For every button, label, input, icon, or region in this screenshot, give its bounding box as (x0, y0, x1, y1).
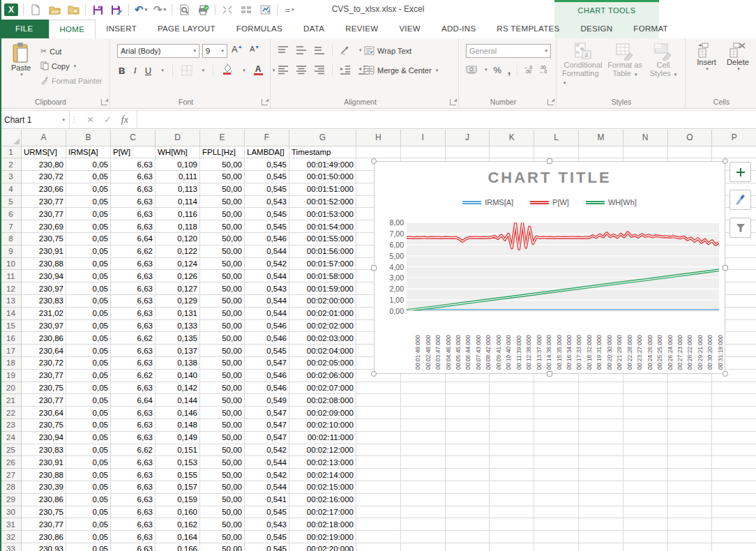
cell[interactable]: 00:02:03:000 (289, 332, 356, 345)
cell[interactable] (445, 481, 490, 494)
cell[interactable] (445, 407, 490, 419)
cell[interactable]: 6,63 (111, 382, 156, 394)
cell[interactable]: 00:02:20:000 (289, 543, 356, 551)
row-header-13[interactable]: 13 (1, 295, 22, 308)
row-header-3[interactable]: 3 (1, 171, 22, 183)
orientation-dropdown[interactable]: ▾ (359, 47, 362, 53)
cell[interactable] (667, 469, 712, 481)
cell[interactable] (490, 394, 534, 407)
cell[interactable]: 6,63 (111, 431, 156, 444)
cell[interactable] (667, 493, 712, 506)
cell[interactable]: 230,83 (22, 444, 66, 456)
cell[interactable]: 6,63 (111, 158, 156, 171)
font-size-combo[interactable]: 9▾ (202, 44, 227, 58)
cell[interactable] (445, 382, 490, 394)
tab-review[interactable]: REVIEW (335, 20, 388, 38)
cell[interactable]: 0,05 (66, 208, 111, 220)
cell[interactable]: 6,62 (111, 245, 156, 257)
cell[interactable]: 0,546 (245, 369, 289, 382)
bold-button[interactable]: B (119, 66, 125, 76)
cell[interactable]: 6,63 (111, 195, 156, 208)
cell[interactable] (445, 531, 490, 543)
cell[interactable] (578, 394, 623, 407)
cell[interactable] (667, 444, 712, 456)
cell[interactable]: 00:02:14:000 (289, 469, 356, 481)
cell[interactable]: 230,94 (22, 270, 66, 282)
column-header-G[interactable]: G (289, 130, 356, 146)
cell[interactable]: 6,63 (111, 257, 156, 270)
cell[interactable] (356, 394, 401, 407)
align-right-icon[interactable] (314, 65, 325, 75)
cell[interactable] (578, 531, 623, 543)
cell[interactable] (578, 407, 623, 419)
row-header-9[interactable]: 9 (1, 245, 22, 257)
cell[interactable]: 0,541 (245, 493, 289, 506)
cell[interactable]: 0,05 (66, 394, 111, 407)
column-header-H[interactable]: H (356, 130, 401, 146)
cell[interactable]: 50,00 (200, 419, 245, 432)
cell[interactable] (356, 493, 401, 506)
chart-handle-nw[interactable] (371, 158, 377, 164)
cell[interactable]: 6,64 (111, 233, 156, 246)
cell[interactable]: 0,05 (66, 357, 111, 370)
cell[interactable]: 00:01:52:000 (289, 195, 356, 208)
cell[interactable] (623, 456, 667, 469)
cell[interactable]: 0,162 (156, 518, 200, 531)
cell[interactable] (623, 444, 667, 456)
cell[interactable] (534, 382, 579, 394)
delete-dropdown[interactable]: ▾ (737, 66, 740, 72)
cell[interactable] (356, 146, 401, 158)
cell[interactable] (356, 444, 401, 456)
cell[interactable]: 0,05 (66, 332, 111, 345)
cell[interactable]: 230,80 (22, 158, 66, 171)
accounting-format-icon[interactable] (466, 65, 477, 75)
cell[interactable]: 6,63 (111, 270, 156, 282)
cell[interactable] (712, 469, 756, 481)
cell[interactable] (623, 382, 667, 394)
embedded-chart[interactable]: CHART TITLE IRMS[A]P[W]WH[Wh] 8,007,006,… (374, 161, 725, 374)
cell[interactable]: 6,63 (111, 183, 156, 195)
cell[interactable]: 230,83 (22, 295, 66, 308)
insert-cells-button[interactable]: Insert ▾ (693, 43, 720, 72)
cell[interactable] (667, 394, 712, 407)
cell[interactable]: 00:02:06:000 (289, 369, 356, 382)
italic-button[interactable]: I (133, 65, 136, 76)
cell[interactable]: 230,75 (22, 419, 66, 432)
tab-design[interactable]: DESIGN (570, 20, 623, 38)
cell[interactable]: IRMS[A] (66, 146, 111, 158)
cell[interactable]: 230,75 (22, 382, 66, 394)
cell[interactable]: 50,00 (200, 469, 245, 481)
cell[interactable]: 0,109 (156, 158, 200, 171)
insert-dropdown[interactable]: ▾ (706, 66, 709, 72)
cell[interactable]: 0,05 (66, 158, 111, 171)
cell[interactable]: 50,00 (200, 270, 245, 282)
row-header-15[interactable]: 15 (1, 319, 22, 332)
column-header-A[interactable]: A (22, 130, 66, 146)
cell[interactable] (578, 456, 623, 469)
cell[interactable]: FPLL[Hz] (200, 146, 245, 158)
cell[interactable] (400, 506, 445, 518)
column-header-M[interactable]: M (578, 130, 623, 146)
cell[interactable]: 50,00 (200, 456, 245, 469)
cell[interactable]: 0,544 (245, 270, 289, 282)
cell[interactable]: 0,05 (66, 183, 111, 195)
cell[interactable] (623, 531, 667, 543)
cell[interactable]: 6,62 (111, 332, 156, 345)
cell[interactable]: 230,91 (22, 456, 66, 469)
cell[interactable]: 50,00 (200, 444, 245, 456)
cell[interactable] (445, 394, 490, 407)
cell[interactable] (712, 419, 756, 432)
cell[interactable]: 0,05 (66, 444, 111, 456)
cell[interactable] (445, 431, 490, 444)
cell[interactable] (667, 518, 712, 531)
formula-bar-splitter[interactable]: ⋮ (70, 111, 78, 128)
cell[interactable]: 0,544 (245, 481, 289, 494)
cell[interactable]: 50,00 (200, 369, 245, 382)
cell[interactable]: 0,118 (156, 220, 200, 233)
cell[interactable] (578, 431, 623, 444)
tab-formulas[interactable]: FORMULAS (226, 20, 293, 38)
cell[interactable] (534, 493, 579, 506)
cell[interactable]: 50,00 (200, 233, 245, 246)
row-header-8[interactable]: 8 (1, 233, 22, 246)
cell[interactable] (623, 493, 667, 506)
